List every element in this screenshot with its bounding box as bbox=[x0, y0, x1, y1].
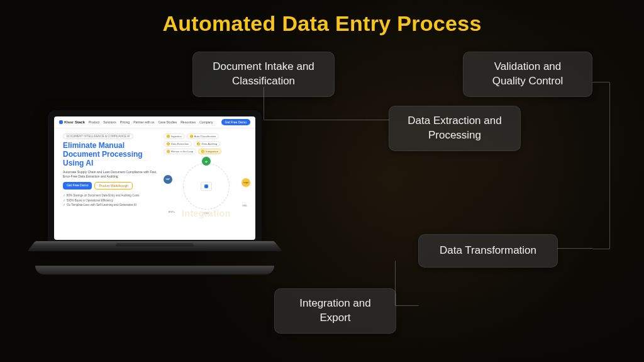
pill-extraction: 3Data Extraction bbox=[164, 141, 192, 147]
bullet-3: Go Template-Less with Self-Learning and … bbox=[67, 203, 136, 206]
hero-subcopy: Automate Supply Chain and Loan Document … bbox=[63, 170, 157, 178]
pill-ingestion: 1Ingestion bbox=[164, 133, 185, 139]
laptop-keyboard bbox=[27, 241, 282, 251]
connector-line bbox=[364, 120, 389, 120]
integration-node-sap: SAP bbox=[164, 175, 172, 184]
nav-company[interactable]: Company bbox=[199, 120, 213, 124]
check-icon: ✓ bbox=[63, 194, 65, 197]
integration-node-sage: sage bbox=[242, 178, 250, 187]
brand-text-second: Stack bbox=[75, 120, 85, 124]
integration-node-erps: ERPs bbox=[167, 207, 176, 216]
laptop-base bbox=[35, 266, 274, 274]
hero-bullets: ✓80% Savings on Document Data Entry and … bbox=[63, 193, 157, 207]
page-title: Automated Data Entry Process bbox=[0, 11, 644, 36]
site-nav: KlearStack Product Solutions Pricing Par… bbox=[54, 116, 255, 128]
nav-cta-button[interactable]: Get Free Demo bbox=[221, 119, 250, 125]
brand-mark-icon bbox=[59, 120, 63, 124]
check-icon: ✓ bbox=[63, 203, 65, 206]
integration-node-xml: XML bbox=[240, 201, 249, 210]
bullet-1: 80% Savings on Document Data Entry and A… bbox=[67, 194, 140, 197]
process-step-validation: Validation and Quality Control bbox=[463, 52, 592, 97]
pill-auditing: 4Data Auditing bbox=[194, 141, 220, 147]
website-preview: KlearStack Product Solutions Pricing Par… bbox=[54, 116, 255, 240]
hero-right: 1Ingestion 2Auto Classification 3Data Ex… bbox=[164, 133, 249, 215]
process-step-extraction: Data Extraction and Processing bbox=[389, 106, 521, 151]
check-icon: ✓ bbox=[63, 199, 65, 202]
nav-product[interactable]: Product bbox=[89, 120, 99, 124]
integration-node-qb: qb bbox=[202, 157, 211, 166]
feature-pills: 1Ingestion 2Auto Classification 3Data Ex… bbox=[164, 133, 249, 154]
hero-cta-secondary[interactable]: Product Walkthrough bbox=[94, 182, 133, 189]
ghost-word: Integration bbox=[182, 208, 231, 218]
brand-text-first: Klear bbox=[64, 120, 74, 124]
process-step-integration: Integration and Export bbox=[274, 288, 396, 334]
hero-cta-primary[interactable]: Get Free Demo bbox=[63, 182, 92, 189]
connector-line bbox=[395, 261, 419, 306]
hero-headline: Eliminate Manual Document Processing Usi… bbox=[63, 142, 157, 167]
connector-line bbox=[557, 248, 592, 249]
connector-line bbox=[264, 120, 364, 120]
nav-partner[interactable]: Partner with us bbox=[133, 120, 154, 124]
brand-logo: KlearStack bbox=[59, 120, 85, 124]
connector-line bbox=[592, 82, 610, 249]
laptop-mockup: KlearStack Product Solutions Pricing Par… bbox=[35, 110, 274, 274]
process-step-transformation: Data Transformation bbox=[418, 234, 558, 268]
pill-human-loop: 5Human in the Loop bbox=[164, 149, 196, 154]
hero-eyebrow: DOCUMENT INTELLIGENCE & COMPLIANCE AI bbox=[63, 133, 133, 139]
integration-diagram: qb SAP sage XML CSV ERPs Integration bbox=[164, 158, 249, 215]
pill-classification: 2Auto Classification bbox=[187, 133, 219, 139]
nav-resources[interactable]: Resources bbox=[180, 120, 196, 124]
nav-case-studies[interactable]: Case Studies bbox=[158, 120, 177, 124]
site-hero: DOCUMENT INTELLIGENCE & COMPLIANCE AI El… bbox=[54, 128, 255, 217]
bullet-2: 500% Boost in Operational Efficiency bbox=[67, 199, 113, 202]
hero-left: DOCUMENT INTELLIGENCE & COMPLIANCE AI El… bbox=[63, 133, 157, 215]
laptop-screen: KlearStack Product Solutions Pricing Par… bbox=[54, 116, 255, 240]
nav-solutions[interactable]: Solutions bbox=[103, 120, 116, 124]
pill-integration: 6Integration bbox=[198, 149, 221, 154]
nav-pricing[interactable]: Pricing bbox=[120, 120, 130, 124]
integration-center-icon bbox=[201, 182, 212, 191]
laptop-bezel: KlearStack Product Solutions Pricing Par… bbox=[48, 110, 262, 244]
